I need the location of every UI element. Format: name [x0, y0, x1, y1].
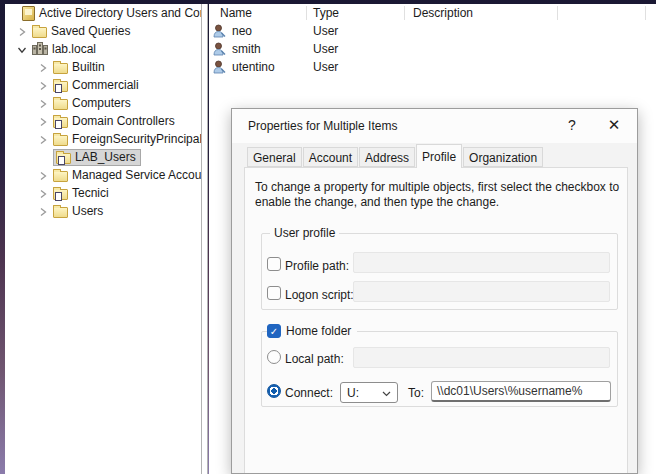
tree-item-lab-local[interactable]: lab.local: [5, 40, 201, 58]
home-folder-path-input[interactable]: \\dc01\Users\%username%: [431, 381, 611, 402]
ou-folder-icon: [53, 81, 68, 92]
tree-item-computers[interactable]: Computers: [5, 94, 201, 112]
logon-script-label: Logon script:: [285, 288, 354, 302]
tree-item-label: Saved Queries: [51, 24, 130, 38]
home-folder-group: ✓ Home folder Local path: Connect: U: To…: [261, 331, 618, 407]
directory-root-icon: [22, 6, 35, 21]
tree-item-builtin[interactable]: Builtin: [5, 58, 201, 76]
tree-item-lab-users[interactable]: LAB_Users: [5, 148, 201, 166]
tab-general[interactable]: General: [247, 147, 302, 167]
ou-folder-icon: [53, 117, 68, 128]
column-divider[interactable]: [306, 6, 307, 20]
cell-type: User: [313, 24, 338, 38]
folder-icon: [53, 207, 68, 218]
tree-item-root[interactable]: Active Directory Users and Computers: [5, 4, 201, 22]
cell-name: utentino: [232, 60, 275, 74]
connect-radio[interactable]: [267, 384, 281, 398]
tree-item-tecnici[interactable]: Tecnici: [5, 184, 201, 202]
tab-profile[interactable]: Profile: [416, 144, 462, 168]
chevron-right-icon[interactable]: [38, 188, 48, 198]
chevron-right-icon[interactable]: [38, 206, 48, 216]
local-path-label: Local path:: [285, 352, 344, 366]
tree-item-label: lab.local: [52, 42, 96, 56]
list-row-utentino[interactable]: utentino User: [209, 58, 656, 76]
profile-tab-page: To change a property for multiple object…: [244, 167, 628, 473]
properties-dialog: Properties for Multiple Items ? ✕ Genera…: [231, 108, 638, 474]
tree-item-domain-controllers[interactable]: Domain Controllers: [5, 112, 201, 130]
tree-item-users[interactable]: Users: [5, 202, 201, 220]
column-divider[interactable]: [645, 6, 646, 20]
tree-item-commerciali[interactable]: Commerciali: [5, 76, 201, 94]
column-divider[interactable]: [404, 6, 405, 20]
to-label: To:: [408, 386, 424, 400]
tree-item-foreign-security-principals[interactable]: ForeignSecurityPrincipals: [5, 130, 201, 148]
user-icon: [213, 60, 227, 77]
list-row-smith[interactable]: smith User: [209, 40, 656, 58]
tab-account[interactable]: Account: [303, 147, 358, 167]
console-tree: Active Directory Users and Computers Sav…: [5, 4, 201, 474]
drive-letter-select[interactable]: U:: [340, 382, 398, 403]
panel-splitter[interactable]: [201, 4, 208, 474]
user-icon: [213, 24, 227, 41]
folder-icon: [53, 99, 68, 110]
tree-item-label: Users: [72, 204, 103, 218]
tree-item-label: Domain Controllers: [72, 114, 175, 128]
column-divider[interactable]: [557, 6, 558, 20]
cell-type: User: [313, 42, 338, 56]
cell-type: User: [313, 60, 338, 74]
dialog-title: Properties for Multiple Items: [248, 119, 397, 133]
chevron-down-icon: [382, 386, 391, 400]
group-title: User profile: [270, 226, 339, 240]
home-folder-label: Home folder: [286, 324, 351, 338]
list-header: Name Type Description: [209, 4, 656, 22]
dialog-titlebar: Properties for Multiple Items ? ✕: [232, 109, 637, 143]
chevron-down-icon[interactable]: [17, 44, 27, 54]
help-icon[interactable]: ?: [557, 109, 587, 141]
tab-address[interactable]: Address: [359, 147, 415, 167]
column-header-description[interactable]: Description: [413, 6, 473, 20]
tree-item-label: LAB_Users: [75, 150, 136, 164]
chevron-right-icon[interactable]: [38, 80, 48, 90]
logon-script-checkbox[interactable]: [267, 286, 281, 300]
domain-icon: [32, 39, 48, 59]
chevron-right-icon[interactable]: [38, 134, 48, 144]
tree-item-label: Active Directory Users and Computers: [39, 6, 201, 20]
list-row-neo[interactable]: neo User: [209, 22, 656, 40]
tree-item-label: ForeignSecurityPrincipals: [72, 132, 201, 146]
close-icon[interactable]: ✕: [599, 109, 629, 141]
profile-path-checkbox[interactable]: [267, 257, 281, 271]
instruction-text: To change a property for multiple object…: [255, 180, 639, 210]
tree-item-managed-service-accounts[interactable]: Managed Service Accounts: [5, 166, 201, 184]
profile-path-label: Profile path:: [285, 259, 349, 273]
tab-strip: General Account Address Profile Organiza…: [247, 144, 544, 167]
column-header-name[interactable]: Name: [220, 6, 252, 20]
folder-icon: [32, 27, 47, 38]
folder-icon: [53, 135, 68, 146]
chevron-right-icon[interactable]: [38, 62, 48, 72]
local-path-radio[interactable]: [267, 350, 281, 364]
logon-script-field[interactable]: [353, 281, 610, 302]
user-profile-group: User profile Profile path: Logon script:: [261, 233, 618, 310]
chevron-right-icon[interactable]: [38, 170, 48, 180]
tree-item-label: Builtin: [72, 60, 105, 74]
drive-letter-value: U:: [347, 386, 359, 400]
local-path-field[interactable]: [353, 347, 610, 368]
cell-name: neo: [232, 24, 252, 38]
user-icon: [213, 42, 227, 59]
home-folder-checkbox[interactable]: ✓: [267, 324, 281, 338]
column-header-type[interactable]: Type: [313, 6, 339, 20]
ou-folder-icon: [53, 189, 68, 200]
connect-label: Connect:: [285, 386, 333, 400]
folder-icon: [53, 171, 68, 182]
chevron-right-icon[interactable]: [38, 116, 48, 126]
selected-tree-item[interactable]: LAB_Users: [53, 149, 141, 166]
tab-organization[interactable]: Organization: [463, 147, 543, 167]
profile-path-field[interactable]: [353, 252, 610, 273]
cell-name: smith: [232, 42, 261, 56]
tree-item-saved-queries[interactable]: Saved Queries: [5, 22, 201, 40]
chevron-right-icon[interactable]: [17, 26, 27, 36]
tree-item-label: Managed Service Accounts: [72, 168, 201, 182]
chevron-right-icon[interactable]: [38, 98, 48, 108]
folder-icon: [53, 63, 68, 74]
tree-item-label: Computers: [72, 96, 131, 110]
